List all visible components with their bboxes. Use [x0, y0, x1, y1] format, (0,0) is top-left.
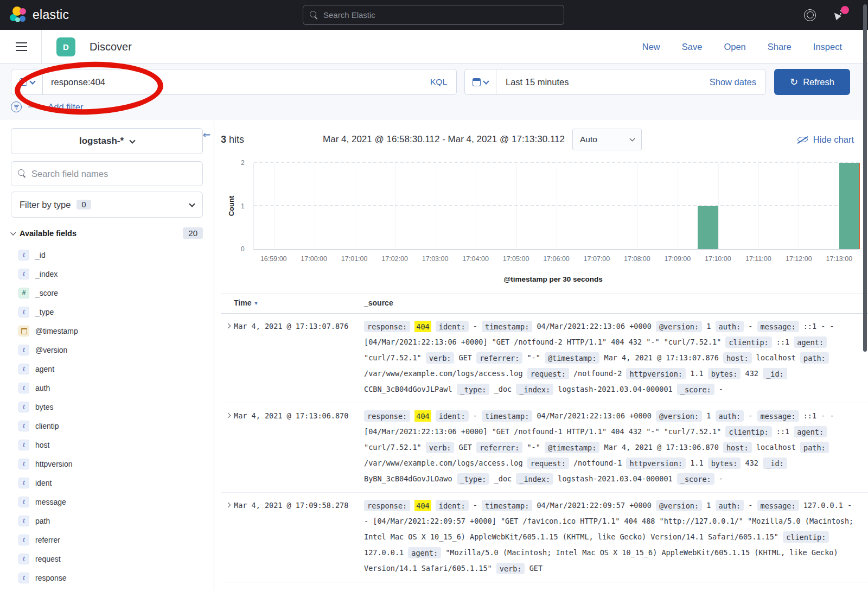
field-item-bytes[interactable]: tbytes — [0, 397, 214, 416]
nav-action-save[interactable]: Save — [682, 42, 703, 52]
index-pattern-select[interactable]: logstash-* — [11, 128, 203, 154]
query-input[interactable] — [43, 77, 421, 87]
results-header: 3hits Mar 4, 2021 @ 16:58:30.112 - Mar 4… — [221, 127, 868, 152]
field-item-path[interactable]: tpath — [0, 511, 214, 530]
doc-source: response: 404 ident: - timestamp: 04/Mar… — [364, 408, 854, 487]
help-icon[interactable] — [804, 9, 816, 21]
y-axis-label: Count — [227, 196, 235, 217]
time-column-header[interactable]: Time ▾ — [234, 298, 364, 307]
party-popper-icon — [832, 10, 841, 20]
field-name: host — [35, 441, 49, 449]
field-name: agent — [35, 365, 54, 373]
source-field-badge: bytes: — [708, 368, 741, 379]
expand-row-button[interactable] — [222, 408, 234, 417]
global-search-input[interactable] — [323, 10, 557, 20]
page-title: Discover — [90, 41, 132, 53]
show-dates-button[interactable]: Show dates — [710, 77, 756, 87]
time-range-control[interactable]: Last 15 minutes Show dates — [496, 69, 766, 95]
source-field-badge: @version: — [656, 500, 702, 511]
available-fields-header[interactable]: Available fields 20 — [11, 227, 203, 239]
histogram-bar[interactable] — [839, 163, 859, 249]
field-item-message[interactable]: tmessage — [0, 492, 214, 511]
field-name: @timestamp — [35, 327, 78, 335]
field-item-host[interactable]: thost — [0, 435, 214, 454]
chevron-down-icon — [189, 201, 195, 207]
highlighted-value: 404 — [414, 410, 431, 422]
filter-count-badge: 0 — [76, 200, 91, 209]
source-field-badge: path: — [800, 442, 829, 453]
field-item-@version[interactable]: t@version — [0, 340, 214, 359]
date-picker-button[interactable] — [464, 69, 496, 95]
refresh-button[interactable]: ↻ Refresh — [774, 69, 850, 95]
source-field-badge: _index: — [516, 473, 553, 485]
scrollbar[interactable] — [863, 4, 867, 352]
discover-app-badge[interactable]: D — [56, 37, 75, 56]
histogram-bar[interactable] — [698, 206, 718, 250]
field-item-_score[interactable]: #_score — [0, 283, 214, 302]
string-type-icon: t — [18, 345, 29, 355]
source-field-badge: ident: — [436, 500, 469, 511]
chart-plot-area: 012 — [253, 163, 859, 250]
field-list: t_idt_index#_scoret_type@timestampt@vers… — [0, 245, 214, 591]
x-axis-tick: 17:10:00 — [705, 255, 731, 263]
number-type-icon: # — [18, 288, 29, 298]
source-field-badge: path: — [800, 352, 829, 364]
source-field-badge: request: — [527, 457, 569, 469]
elastic-logo[interactable]: elastic — [10, 7, 69, 23]
field-item-_type[interactable]: t_type — [0, 302, 214, 321]
field-name: bytes — [35, 403, 53, 411]
y-axis-tick: 2 — [241, 159, 245, 167]
field-search[interactable] — [11, 161, 203, 186]
query-language-button[interactable]: KQL — [421, 77, 456, 87]
newsfeed-icon[interactable] — [832, 9, 845, 22]
source-field-badge: ident: — [436, 321, 469, 332]
hide-chart-button[interactable]: Hide chart — [797, 134, 854, 145]
menu-icon[interactable] — [16, 42, 27, 51]
chevron-right-icon — [225, 413, 231, 418]
time-range-value[interactable]: Last 15 minutes — [506, 77, 569, 87]
field-item-ident[interactable]: tident — [0, 473, 214, 492]
discover-main: 3hits Mar 4, 2021 @ 16:58:30.112 - Mar 4… — [214, 119, 868, 590]
field-search-input[interactable] — [31, 169, 196, 179]
field-item-timestamp[interactable]: ttimestamp — [0, 587, 214, 591]
filter-menu-icon[interactable] — [11, 101, 22, 112]
add-filter-button[interactable]: + Add filter — [41, 102, 83, 112]
chevron-down-icon — [129, 137, 135, 143]
interval-select[interactable]: Auto — [572, 129, 642, 150]
field-item-_id[interactable]: t_id — [0, 245, 214, 264]
source-field-badge: clientip: — [725, 426, 771, 437]
field-item-response[interactable]: tresponse — [0, 568, 214, 587]
field-item-auth[interactable]: tauth — [0, 378, 214, 397]
x-axis-tick: 17:09:00 — [665, 255, 691, 263]
expand-row-button[interactable] — [222, 319, 234, 328]
string-type-icon: t — [18, 535, 29, 545]
field-item-agent[interactable]: tagent — [0, 359, 214, 378]
global-header: elastic — [0, 0, 868, 30]
source-column-header: _source — [364, 298, 393, 307]
filter-by-type-select[interactable]: Filter by type 0 — [11, 192, 203, 218]
x-axis-title: @timestamp per 30 seconds — [247, 275, 859, 283]
source-field-badge: response: — [364, 410, 410, 422]
nav-action-inspect[interactable]: Inspect — [813, 42, 842, 52]
saved-query-menu-button[interactable] — [11, 69, 43, 94]
global-search[interactable] — [303, 5, 564, 25]
chevron-down-icon — [29, 78, 35, 84]
nav-action-share[interactable]: Share — [768, 42, 792, 52]
eye-slash-icon — [797, 134, 808, 145]
field-item-_index[interactable]: t_index — [0, 264, 214, 283]
field-item-referrer[interactable]: treferrer — [0, 530, 214, 549]
nav-action-open[interactable]: Open — [724, 42, 745, 52]
current-time-marker — [859, 163, 860, 249]
source-field-badge: response: — [364, 321, 410, 332]
nav-action-new[interactable]: New — [642, 42, 660, 52]
field-item-clientip[interactable]: tclientip — [0, 416, 214, 435]
expand-row-button[interactable] — [222, 498, 234, 507]
field-item-request[interactable]: trequest — [0, 549, 214, 568]
field-item-@timestamp[interactable]: @timestamp — [0, 321, 214, 340]
query-bar-area: KQL Last 15 minutes Show dates ↻ Refresh… — [0, 64, 868, 119]
source-field-badge: @version: — [656, 410, 702, 422]
refresh-icon: ↻ — [790, 77, 798, 87]
string-type-icon: t — [18, 383, 29, 393]
collapse-sidebar-icon[interactable]: ⇐ — [203, 129, 210, 140]
field-item-httpversion[interactable]: thttpversion — [0, 454, 214, 473]
